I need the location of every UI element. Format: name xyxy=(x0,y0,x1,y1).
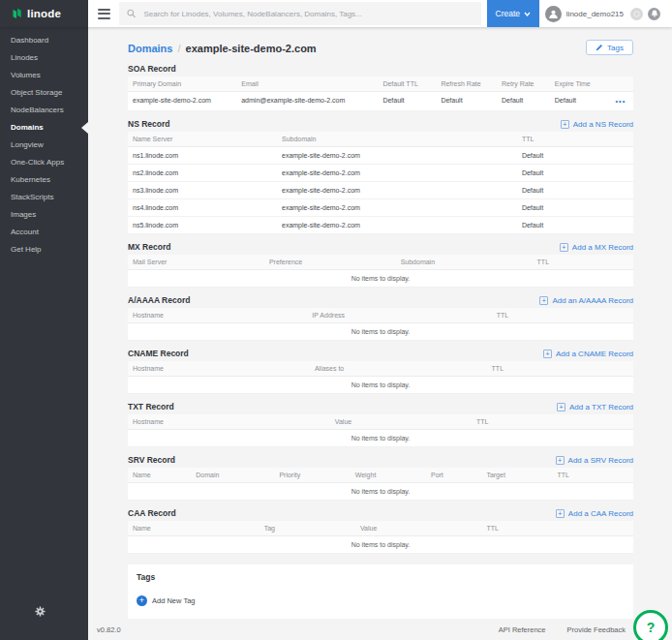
table-cell: Default xyxy=(517,217,633,233)
avatar[interactable] xyxy=(545,6,562,22)
add-cname-record-button[interactable]: +Add a CNAME Record xyxy=(543,350,633,358)
column-header-aliases-to: Aliases to xyxy=(310,361,487,376)
sidebar-item-stackscripts[interactable]: StackScripts xyxy=(0,189,88,206)
add-new-tag-label: Add New Tag xyxy=(152,596,195,605)
column-header-target: Target xyxy=(481,468,552,482)
column-header-weight: Weight xyxy=(351,468,426,482)
username[interactable]: linode_demo215 xyxy=(566,10,624,18)
sidebar-item-nodebalancers[interactable]: NodeBalancers xyxy=(0,102,88,119)
user-icon xyxy=(548,9,559,19)
soa-record-title: SOA Record xyxy=(128,64,176,74)
sidebar-item-label: NodeBalancers xyxy=(11,106,64,114)
menu-icon[interactable] xyxy=(98,6,110,21)
sidebar-item-domains[interactable]: Domains xyxy=(0,119,88,137)
table-header-row: NameTagValueTTL xyxy=(128,521,633,536)
record-sections: SOA RecordPrimary DomainEmailDefault TTL… xyxy=(128,64,633,554)
column-header-tag: Tag xyxy=(260,521,355,535)
column-header-value: Value xyxy=(330,414,472,429)
add-mx-record-button[interactable]: +Add a MX Record xyxy=(560,243,633,252)
badge-icon xyxy=(633,11,640,17)
column-header-ip-address: IP Address xyxy=(307,308,492,322)
table-cell: example-site-demo-2.com xyxy=(128,92,236,110)
srv-record-section: SRV Record+Add a SRV RecordNameDomainPri… xyxy=(128,455,633,501)
sidebar-item-one-click-apps[interactable]: One-Click Apps xyxy=(0,154,88,171)
row-actions-button[interactable]: ••• xyxy=(610,92,633,110)
add-a-aaaa-record-button[interactable]: +Add an A/AAAA Record xyxy=(539,296,633,305)
empty-text: No items to display. xyxy=(128,323,633,340)
plus-box-icon: + xyxy=(543,350,552,358)
add-new-tag-button[interactable]: + Add New Tag xyxy=(137,595,625,606)
add-ns-record-button[interactable]: +Add a NS Record xyxy=(561,120,633,129)
search-input[interactable] xyxy=(141,9,480,19)
column-header-domain: Domain xyxy=(191,468,274,482)
column-header-default-ttl: Default TTL xyxy=(378,76,436,91)
sidebar-item-label: Domains xyxy=(11,123,44,132)
empty-row: No items to display. xyxy=(128,536,633,554)
sidebar-item-images[interactable]: Images xyxy=(0,206,88,224)
soa-record-table: Primary DomainEmailDefault TTLRefresh Ra… xyxy=(128,76,633,111)
soa-record-section: SOA RecordPrimary DomainEmailDefault TTL… xyxy=(128,64,633,111)
add-srv-record-button[interactable]: +Add a SRV Record xyxy=(556,456,633,465)
add-caa-record-button[interactable]: +Add a CAA Record xyxy=(556,509,633,518)
add-record-label: Add an A/AAAA Record xyxy=(552,296,633,305)
add-record-label: Add a TXT Record xyxy=(569,403,633,411)
sidebar-item-get-help[interactable]: Get Help xyxy=(0,241,88,259)
table-cell: ns3.linode.com xyxy=(128,182,277,198)
sidebar-item-label: Kubernetes xyxy=(11,175,50,184)
table-cell: example-site-demo-2.com xyxy=(277,165,517,181)
empty-text: No items to display. xyxy=(128,377,633,393)
table-cell: Default xyxy=(517,147,633,164)
top-bar: linode Create linode_demo215 xyxy=(0,0,672,27)
column-header-expire-time: Expire Time xyxy=(550,76,611,91)
cname-record-section: CNAME Record+Add a CNAME RecordHostnameA… xyxy=(128,349,633,394)
sidebar-item-label: Get Help xyxy=(11,245,42,254)
sidebar-item-kubernetes[interactable]: Kubernetes xyxy=(0,171,88,189)
add-record-label: Add a MX Record xyxy=(572,243,633,252)
page-title: example-site-demo-2.com xyxy=(186,43,317,54)
srv-record-table: NameDomainPriorityWeightPortTargetTTLNo … xyxy=(128,468,633,501)
settings-button[interactable] xyxy=(35,603,46,621)
provide-feedback-link[interactable]: Provide Feedback xyxy=(567,625,626,634)
caa-record-title: CAA Record xyxy=(128,508,176,518)
sidebar-item-volumes[interactable]: Volumes xyxy=(0,67,88,84)
sidebar-item-longview[interactable]: Longview xyxy=(0,137,88,154)
breadcrumb-domains-link[interactable]: Domains xyxy=(128,43,172,54)
table-header-row: Name ServerSubdomainTTL xyxy=(128,132,633,147)
help-button[interactable]: ? xyxy=(633,610,668,640)
table-cell: example-site-demo-2.com xyxy=(277,199,517,216)
logo-text: linode xyxy=(27,8,61,19)
create-button[interactable]: Create xyxy=(487,0,539,27)
column-header-ttl: TTL xyxy=(552,468,633,482)
sidebar-item-dashboard[interactable]: Dashboard xyxy=(0,32,88,49)
sidebar-item-label: Object Storage xyxy=(11,88,62,97)
create-button-label: Create xyxy=(496,9,521,18)
status-badge[interactable] xyxy=(630,8,643,20)
main-content: Domains/example-site-demo-2.com Tags SOA… xyxy=(88,27,672,640)
notifications-button[interactable] xyxy=(648,8,660,20)
search-box[interactable] xyxy=(119,2,481,25)
a-aaaa-record-title: A/AAAA Record xyxy=(128,295,190,305)
mx-record-title: MX Record xyxy=(128,242,170,252)
api-reference-link[interactable]: API Reference xyxy=(499,625,546,634)
sidebar-item-linodes[interactable]: Linodes xyxy=(0,49,88,67)
table-row: ns5.linode.comexample-site-demo-2.comDef… xyxy=(128,217,633,234)
add-record-label: Add a NS Record xyxy=(573,120,633,129)
add-txt-record-button[interactable]: +Add a TXT Record xyxy=(557,403,633,411)
ns-record-table: Name ServerSubdomainTTLns1.linode.comexa… xyxy=(128,132,633,234)
table-row: ns2.linode.comexample-site-demo-2.comDef… xyxy=(128,165,633,182)
sidebar-item-object-storage[interactable]: Object Storage xyxy=(0,84,88,102)
txt-record-table: HostnameValueTTLNo items to display. xyxy=(128,414,633,447)
table-cell: Default xyxy=(436,92,497,110)
sidebar-item-account[interactable]: Account xyxy=(0,224,88,241)
empty-row: No items to display. xyxy=(128,377,633,394)
empty-row: No items to display. xyxy=(128,430,633,447)
add-record-label: Add a CNAME Record xyxy=(556,350,633,358)
linode-logo[interactable]: linode xyxy=(0,0,88,27)
txt-record-title: TXT Record xyxy=(128,402,174,411)
sidebar-item-label: Images xyxy=(11,210,36,219)
mx-record-table: Mail ServerPreferenceSubdomainTTLNo item… xyxy=(128,255,633,288)
column-header-preference: Preference xyxy=(264,255,396,269)
edit-tags-button[interactable]: Tags xyxy=(586,40,633,55)
column-header-ttl: TTL xyxy=(492,308,633,322)
txt-record-section: TXT Record+Add a TXT RecordHostnameValue… xyxy=(128,402,633,447)
